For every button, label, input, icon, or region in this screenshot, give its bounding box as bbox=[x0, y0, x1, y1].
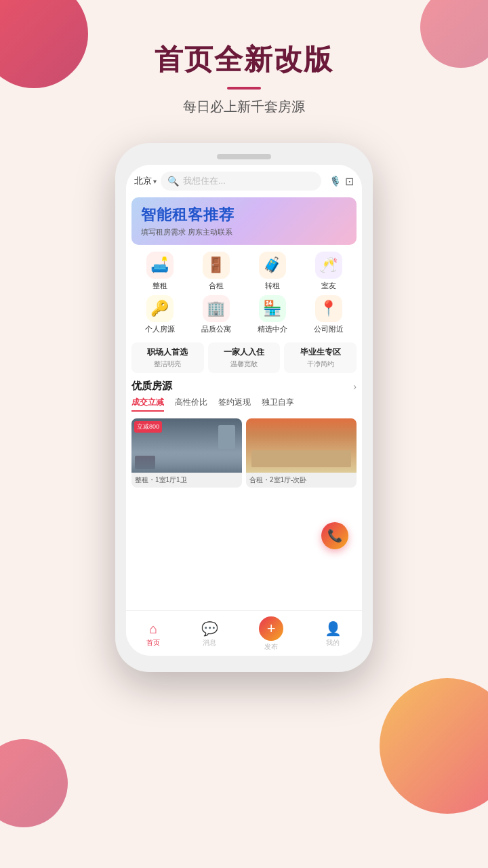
jingxuan-icon: 🏪 bbox=[259, 295, 286, 322]
jingxuan-label: 精选中介 bbox=[258, 324, 287, 334]
header-divider bbox=[227, 87, 261, 90]
listing-badge-left: 立减800 bbox=[134, 421, 162, 433]
bg-decoration-bottom-left bbox=[0, 739, 68, 827]
icon-item-zhuanzu[interactable]: 🧳 转租 bbox=[252, 252, 293, 291]
geren-label: 个人房源 bbox=[145, 324, 175, 334]
zhenzu-icon: 🛋️ bbox=[146, 252, 174, 279]
scan-icon[interactable]: ⊡ bbox=[345, 175, 354, 188]
publish-add-icon: + bbox=[259, 616, 283, 641]
nav-item-message[interactable]: 💬 消息 bbox=[201, 620, 218, 648]
tag-workplace-main: 职场人首选 bbox=[147, 347, 188, 358]
banner-title: 智能租客推荐 bbox=[141, 205, 347, 225]
tab-gaoxing[interactable]: 高性价比 bbox=[175, 397, 207, 412]
tags-row: 职场人首选 整洁明亮 一家人入住 温馨宽敞 毕业生专区 干净简约 bbox=[126, 341, 362, 377]
icon-grid: 🛋️ 整租 🚪 合租 🧳 转租 🥂 室友 bbox=[126, 249, 362, 341]
search-icon: 🔍 bbox=[167, 176, 179, 186]
phone-notch bbox=[217, 154, 271, 159]
home-icon: ⌂ bbox=[149, 621, 157, 637]
listing-image-right bbox=[246, 418, 357, 473]
listing-desc-left: 整租・1室1厅1卫 bbox=[131, 473, 242, 488]
listing-desc-right: 合租・2室1厅-次卧 bbox=[246, 473, 357, 488]
icon-item-gongsi[interactable]: 📍 公司附近 bbox=[308, 295, 349, 334]
search-input-area[interactable]: 🔍 我想住在... bbox=[161, 172, 321, 191]
hezu-icon: 🚪 bbox=[203, 252, 230, 279]
city-selector[interactable]: 北京 ▾ bbox=[134, 175, 157, 187]
search-bar: 北京 ▾ 🔍 我想住在... 🎙️ ⊡ bbox=[126, 165, 362, 197]
gongsi-icon: 📍 bbox=[315, 295, 342, 322]
nav-item-profile[interactable]: 👤 我的 bbox=[325, 620, 342, 648]
pinzhi-icon: 🏢 bbox=[203, 295, 230, 322]
tab-qianyue[interactable]: 签约返现 bbox=[218, 397, 251, 412]
microphone-icon[interactable]: 🎙️ bbox=[329, 176, 341, 186]
pinzhi-label: 品质公寓 bbox=[201, 324, 231, 334]
phone-wrapper: 北京 ▾ 🔍 我想住在... 🎙️ ⊡ 智能租客推荐 填写租房需求 房东主动联系 bbox=[0, 143, 488, 672]
quality-section: 优质房源 › 成交立减 高性价比 签约返现 独卫自享 bbox=[126, 377, 362, 418]
icon-item-geren[interactable]: 🔑 个人房源 bbox=[140, 295, 180, 334]
icon-row-1: 🛋️ 整租 🚪 合租 🧳 转租 🥂 室友 bbox=[131, 252, 357, 291]
zhenzu-label: 整租 bbox=[152, 281, 167, 291]
listing-img-wrapper-left: 立减800 bbox=[131, 418, 242, 473]
listing-card-left[interactable]: 立减800 整租・1室1厅1卫 bbox=[131, 418, 242, 488]
nav-item-publish[interactable]: + 发布 bbox=[259, 616, 283, 652]
header-subtitle: 每日必上新千套房源 bbox=[0, 98, 488, 116]
icon-item-pinzhi[interactable]: 🏢 品质公寓 bbox=[196, 295, 237, 334]
icon-item-shiyou[interactable]: 🥂 室友 bbox=[308, 252, 349, 291]
tag-workplace[interactable]: 职场人首选 整洁明亮 bbox=[131, 342, 204, 373]
banner-subtitle: 填写租房需求 房东主动联系 bbox=[141, 227, 347, 237]
city-arrow-icon: ▾ bbox=[153, 178, 157, 185]
phone-mockup: 北京 ▾ 🔍 我想住在... 🎙️ ⊡ 智能租客推荐 填写租房需求 房东主动联系 bbox=[115, 143, 373, 672]
message-icon: 💬 bbox=[201, 620, 218, 637]
icon-item-zhenzu[interactable]: 🛋️ 整租 bbox=[140, 252, 180, 291]
tag-graduate-main: 毕业生专区 bbox=[300, 347, 341, 358]
tag-family-sub: 温馨宽敞 bbox=[230, 359, 258, 369]
tag-workplace-sub: 整洁明亮 bbox=[154, 359, 181, 369]
zhuanzu-label: 转租 bbox=[265, 281, 280, 291]
quality-tabs: 成交立减 高性价比 签约返现 独卫自享 bbox=[131, 397, 357, 412]
header-section: 首页全新改版 每日必上新千套房源 bbox=[0, 0, 488, 130]
phone-screen: 北京 ▾ 🔍 我想住在... 🎙️ ⊡ 智能租客推荐 填写租房需求 房东主动联系 bbox=[126, 165, 362, 656]
tag-graduate[interactable]: 毕业生专区 干净简约 bbox=[284, 342, 357, 373]
nav-item-home[interactable]: ⌂ 首页 bbox=[146, 621, 160, 648]
tag-family-main: 一家人入住 bbox=[224, 347, 264, 358]
listing-cards: 立减800 整租・1室1厅1卫 合租・2室1厅-次卧 bbox=[126, 418, 362, 488]
icon-item-jingxuan[interactable]: 🏪 精选中介 bbox=[252, 295, 293, 334]
tag-family[interactable]: 一家人入住 温馨宽敞 bbox=[208, 342, 281, 373]
page-title: 首页全新改版 bbox=[0, 41, 488, 79]
zhuanzu-icon: 🧳 bbox=[259, 252, 286, 279]
quality-title: 优质房源 bbox=[131, 380, 172, 393]
search-placeholder: 我想住在... bbox=[183, 175, 226, 187]
smart-banner[interactable]: 智能租客推荐 填写租房需求 房东主动联系 bbox=[131, 197, 357, 245]
city-label: 北京 bbox=[134, 175, 152, 187]
content-spacer: 📞 bbox=[126, 488, 362, 610]
hezu-label: 合租 bbox=[209, 281, 224, 291]
geren-icon: 🔑 bbox=[146, 295, 174, 322]
shiyou-label: 室友 bbox=[321, 281, 336, 291]
float-call-button[interactable]: 📞 bbox=[321, 522, 348, 549]
icon-item-hezu[interactable]: 🚪 合租 bbox=[196, 252, 237, 291]
nav-label-profile: 我的 bbox=[326, 638, 340, 648]
tab-chengjiao[interactable]: 成交立减 bbox=[131, 397, 164, 412]
nav-label-message: 消息 bbox=[203, 638, 216, 648]
tab-ducui[interactable]: 独卫自享 bbox=[262, 397, 294, 412]
bg-decoration-bottom-right bbox=[380, 678, 488, 814]
quality-header: 优质房源 › bbox=[131, 380, 357, 393]
tag-graduate-sub: 干净简约 bbox=[307, 359, 334, 369]
profile-icon: 👤 bbox=[325, 620, 342, 637]
nav-label-publish: 发布 bbox=[264, 642, 278, 652]
shiyou-icon: 🥂 bbox=[315, 252, 342, 279]
gongsi-label: 公司附近 bbox=[314, 324, 344, 334]
icon-row-2: 🔑 个人房源 🏢 品质公寓 🏪 精选中介 📍 公司附近 bbox=[131, 295, 357, 334]
listing-card-right[interactable]: 合租・2室1厅-次卧 bbox=[246, 418, 357, 488]
nav-label-home: 首页 bbox=[146, 638, 160, 648]
listing-img-wrapper-right bbox=[246, 418, 357, 473]
bottom-nav: ⌂ 首页 💬 消息 + 发布 👤 我的 bbox=[126, 610, 362, 656]
quality-arrow-icon[interactable]: › bbox=[353, 381, 357, 392]
